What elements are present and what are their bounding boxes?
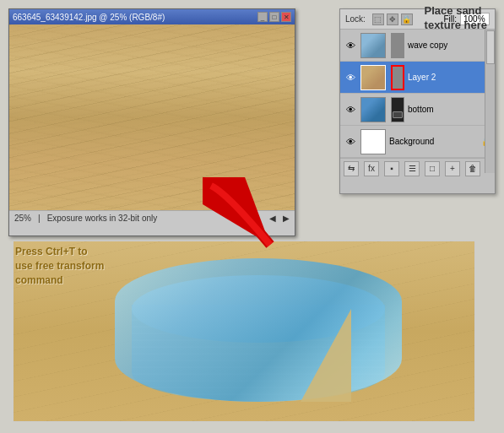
layer-visibility-eye[interactable]: 👁	[344, 103, 357, 116]
layers-actions-bar: ⇆ fx ▪ ☰ □ + 🗑	[340, 158, 495, 178]
lock-label: Lock:	[345, 14, 366, 24]
annotation-bottom-left: Press Ctrl+T touse free transformcommand	[15, 245, 104, 287]
layer-visibility-eye[interactable]: 👁	[344, 135, 357, 149]
ps-title: 663645_63439142.jpg @ 25% (RGB/8#)	[13, 13, 165, 22]
mask-button[interactable]: ▪	[384, 161, 399, 176]
layer-thumbnail-wave-copy	[360, 33, 386, 58]
zoom-level: 25%	[14, 214, 31, 223]
delete-layer-button[interactable]: 🗑	[465, 161, 480, 176]
layer-row-background[interactable]: 👁 Background 🔒	[340, 126, 495, 158]
layer-row-wave-copy[interactable]: 👁 wave copy	[340, 30, 495, 62]
adjustment-button[interactable]: ☰	[404, 161, 420, 176]
direction-arrow	[203, 177, 304, 262]
layer-name-wave-copy: wave copy	[408, 41, 491, 50]
layer-row-bottom[interactable]: 👁 bottom	[340, 94, 495, 126]
close-button[interactable]: ✕	[281, 12, 291, 22]
minimize-button[interactable]: _	[257, 12, 268, 22]
layer-visibility-eye[interactable]: 👁	[344, 71, 357, 84]
layers-scrollbar[interactable]	[485, 30, 495, 173]
layer-style-button[interactable]: fx	[364, 161, 379, 176]
ice-cylinder-shape	[115, 258, 402, 402]
layer-visibility-eye[interactable]: 👁	[344, 39, 357, 52]
layer-thumbnail-background	[360, 129, 386, 154]
layer-name-bottom: bottom	[408, 105, 491, 114]
layer-name-layer2: Layer 2	[408, 73, 491, 82]
annotation-top-text: Place sandtexture here	[425, 4, 487, 31]
layer-name-background: Background	[389, 137, 478, 146]
ps-titlebar: 663645_63439142.jpg @ 25% (RGB/8#) _ □ ✕	[9, 9, 295, 24]
layer-thumbnail-layer2	[360, 65, 386, 90]
lock-all-icon[interactable]: 🔒	[401, 14, 413, 25]
layer-thumbnail-bottom	[360, 97, 386, 122]
layer-mask-layer2	[391, 65, 404, 90]
layer-mask-bottom	[391, 97, 404, 122]
layer-row-layer2[interactable]: 👁 Layer 2	[340, 62, 495, 94]
group-button[interactable]: □	[425, 161, 440, 176]
window-controls[interactable]: _ □ ✕	[257, 12, 291, 22]
new-layer-button[interactable]: +	[445, 161, 460, 176]
lock-move-icon[interactable]: ✥	[387, 14, 398, 25]
lock-icons[interactable]: ⬚ ✥ 🔒	[372, 14, 413, 25]
status-info: Exposure works in 32-bit only	[47, 214, 158, 223]
annotation-top-right: Place sandtexture here	[425, 4, 487, 33]
layers-scrollbar-thumb[interactable]	[486, 30, 495, 64]
ice-wedge-cutout	[301, 309, 351, 402]
link-layers-button[interactable]: ⇆	[344, 161, 359, 176]
layers-panel: Lock: ⬚ ✥ 🔒 Fill: 100% 👁 wave copy 👁 Lay…	[339, 8, 496, 194]
annotation-bottom-text: Press Ctrl+T touse free transformcommand	[15, 246, 104, 286]
lock-pixel-icon[interactable]: ⬚	[372, 14, 384, 25]
ice-bottom-ellipse	[115, 258, 402, 402]
layer-mask-wave-copy	[391, 33, 404, 58]
maximize-button[interactable]: □	[269, 12, 279, 22]
status-divider: |	[38, 214, 41, 223]
